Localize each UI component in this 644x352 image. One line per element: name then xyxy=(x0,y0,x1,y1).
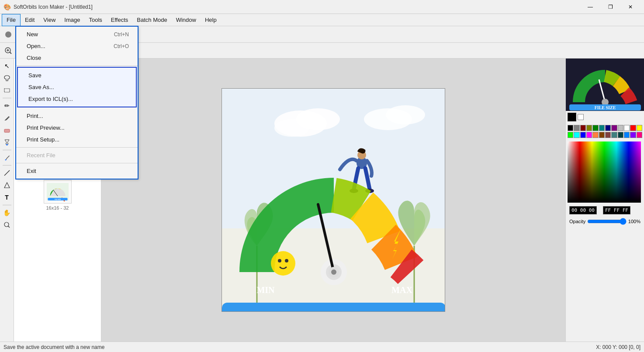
status-message: Save the active document with a new name xyxy=(3,344,104,350)
status-coordinates: X: 000 Y: 000 [0, 0] xyxy=(596,344,641,350)
swatch-silver[interactable] xyxy=(618,125,623,131)
line-tool[interactable] xyxy=(1,167,13,179)
swatch-white[interactable] xyxy=(624,125,630,131)
opacity-row: Opacity 100% xyxy=(566,216,644,227)
select-tool[interactable]: ↖ xyxy=(1,60,13,72)
swatch-maroon[interactable] xyxy=(580,125,586,131)
menu-tools[interactable]: Tools xyxy=(84,14,106,26)
swatch-magenta[interactable] xyxy=(586,132,592,138)
minimize-button[interactable]: — xyxy=(580,0,600,14)
menu-open[interactable]: Open... Ctrl+O xyxy=(16,40,138,52)
close-button[interactable]: ✕ xyxy=(620,0,641,14)
swatch-teal[interactable] xyxy=(599,125,605,131)
svg-point-52 xyxy=(386,105,425,124)
restore-button[interactable]: ❐ xyxy=(600,0,620,14)
swatch-row-1 xyxy=(568,132,642,138)
text-tool[interactable]: T xyxy=(1,192,13,203)
circle-btn[interactable] xyxy=(2,28,15,41)
swatch-row-0 xyxy=(568,125,642,131)
menu-file[interactable]: File xyxy=(2,14,21,26)
hand-tool[interactable]: ✋ xyxy=(1,207,13,218)
swatch-purple[interactable] xyxy=(611,125,617,131)
opacity-slider[interactable] xyxy=(587,218,627,225)
swatch-lime[interactable] xyxy=(568,132,573,138)
menu-export-icl[interactable]: Export to ICL(s)... xyxy=(18,93,136,105)
hex-color1: 00 00 00 xyxy=(569,206,597,214)
swatch-cyan[interactable] xyxy=(574,132,579,138)
foreground-color[interactable] xyxy=(568,113,576,121)
swatch-blue[interactable] xyxy=(580,132,586,138)
rect-select-tool[interactable] xyxy=(1,85,13,96)
eraser-tool[interactable] xyxy=(1,124,13,136)
menu-help[interactable]: Help xyxy=(201,14,221,26)
menu-save-as[interactable]: Save As... xyxy=(18,81,136,93)
background-color[interactable] xyxy=(578,114,584,120)
menu-save-label: Save xyxy=(28,72,42,79)
menu-save[interactable]: Save xyxy=(18,69,136,81)
swatch-r2[interactable] xyxy=(611,132,617,138)
svg-point-60 xyxy=(278,259,281,262)
svg-point-24 xyxy=(5,159,6,161)
svg-point-50 xyxy=(274,119,309,137)
title-bar: 🎨 SoftOrbits Icon Maker - [Untitled1] — … xyxy=(0,0,644,14)
color-row-foreground xyxy=(568,113,642,121)
fill-tool[interactable] xyxy=(1,137,13,148)
color-grid xyxy=(566,111,644,140)
menu-effects[interactable]: Effects xyxy=(107,14,133,26)
swatch-r6[interactable] xyxy=(637,132,642,138)
swatch-r5[interactable] xyxy=(630,132,636,138)
menu-view[interactable]: View xyxy=(39,14,60,26)
menu-open-label: Open... xyxy=(27,43,45,49)
hex-row: 00 00 00 FF FF FF xyxy=(566,204,644,216)
eyedrop-tool[interactable] xyxy=(1,152,13,163)
menu-print[interactable]: Print... xyxy=(16,110,138,122)
preview-area: FILE SIZE xyxy=(566,59,644,111)
swatch-dgray[interactable] xyxy=(574,125,579,131)
svg-point-59 xyxy=(271,251,295,276)
menu-image[interactable]: Image xyxy=(60,14,84,26)
menu-new-shortcut: Ctrl+N xyxy=(114,31,129,38)
menu-exit[interactable]: Exit xyxy=(16,165,138,177)
opacity-value: 100% xyxy=(628,219,641,224)
app-icon: 🎨 xyxy=(3,3,11,10)
swatch-navy[interactable] xyxy=(605,125,611,131)
zoom-tool[interactable] xyxy=(1,219,13,231)
brush-tool[interactable] xyxy=(1,112,13,124)
svg-marker-26 xyxy=(4,183,10,188)
zoom-in-btn[interactable] xyxy=(2,45,15,57)
swatch-dgreen[interactable] xyxy=(592,125,598,131)
preview-svg: FILE SIZE xyxy=(566,59,644,111)
svg-point-0 xyxy=(5,31,11,38)
swatch-yellow[interactable] xyxy=(637,125,642,131)
swatch-red[interactable] xyxy=(630,125,636,131)
lasso-tool[interactable] xyxy=(1,72,13,84)
canvas-svg: MIN MAX FILE SIZE xyxy=(222,89,445,312)
menu-print-label: Print... xyxy=(27,113,43,119)
swatch-r1[interactable] xyxy=(605,132,611,138)
canvas-container: MIN MAX FILE SIZE xyxy=(222,88,445,312)
menu-close[interactable]: Close xyxy=(16,52,138,64)
swatch-r3[interactable] xyxy=(618,132,623,138)
pencil-tool[interactable]: ✏ xyxy=(1,100,13,111)
swatch-orange[interactable] xyxy=(592,132,598,138)
app-title: SoftOrbits Icon Maker - [Untitled1] xyxy=(14,4,93,10)
menu-edit[interactable]: Edit xyxy=(21,14,39,26)
swatch-r4[interactable] xyxy=(624,132,630,138)
menu-window[interactable]: Window xyxy=(172,14,201,26)
menu-print-setup[interactable]: Print Setup... xyxy=(16,134,138,145)
swatch-olive[interactable] xyxy=(586,125,592,131)
shape-tool[interactable] xyxy=(1,179,13,191)
swatch-brown[interactable] xyxy=(599,132,605,138)
menu-print-preview[interactable]: Print Preview... xyxy=(16,122,138,134)
icon-thumb-16-32[interactable]: FILE SIZE 16x16 - 32 xyxy=(16,178,99,214)
canvas-area[interactable]: MIN MAX FILE SIZE xyxy=(101,59,565,342)
color-picker[interactable] xyxy=(568,141,641,203)
menu-batch-mode[interactable]: Batch Mode xyxy=(132,14,171,26)
svg-rect-23 xyxy=(4,129,10,132)
dropdown-section-2: Save Save As... Export to ICL(s)... xyxy=(17,67,137,107)
right-panel: FILE SIZE xyxy=(565,59,644,342)
menu-new[interactable]: New Ctrl+N xyxy=(16,28,138,40)
swatch-black[interactable] xyxy=(568,125,573,131)
hex-color2: FF FF FF xyxy=(603,206,630,214)
menu-exit-label: Exit xyxy=(27,168,36,174)
